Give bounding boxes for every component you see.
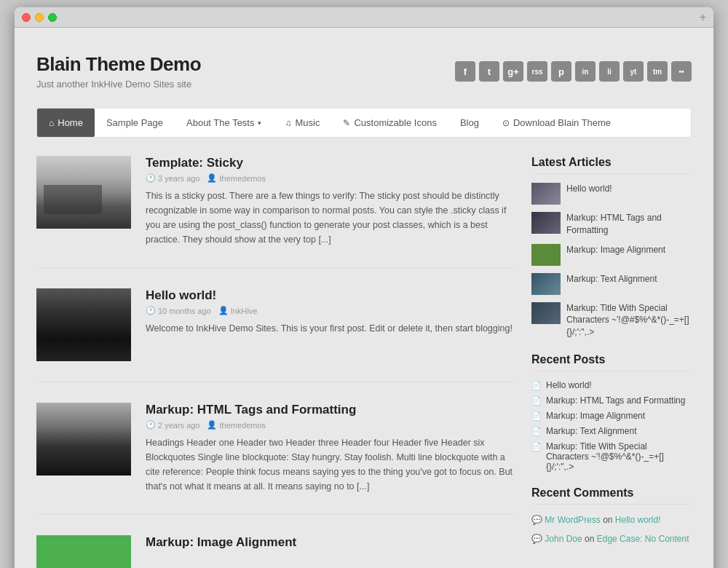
post-content: Hello world! 🕐 10 months ago 👤 InkHive [146, 288, 513, 361]
posts-column: Template: Sticky 🕐 3 years ago 👤 themede… [36, 156, 513, 568]
site-title: Blain Theme Demo [36, 53, 201, 76]
site-title-block: Blain Theme Demo Just another InkHive De… [36, 53, 201, 90]
window-controls [22, 13, 57, 22]
more-social-icon[interactable]: •• [671, 61, 692, 82]
post-image [36, 535, 131, 568]
tumblr-icon[interactable]: tm [647, 61, 668, 82]
post-content: Template: Sticky 🕐 3 years ago 👤 themede… [146, 156, 513, 247]
latest-article-item: Markup: HTML Tags and Formatting [531, 212, 692, 237]
post-image [36, 156, 131, 229]
recent-post-label: Markup: HTML Tags and Formatting [546, 395, 685, 406]
latest-articles-section: Latest Articles Hello world! Markup: HTM… [531, 156, 692, 339]
music-icon: ♫ [285, 118, 291, 128]
icons-icon: ✎ [343, 118, 350, 128]
nav-sample-page[interactable]: Sample Page [95, 109, 175, 137]
recent-posts-section: Recent Posts 📄 Hello world! 📄 Markup: HT… [531, 353, 692, 472]
person-icon: 👤 [207, 173, 217, 183]
nav-customizable-icons[interactable]: ✎ Customizable Icons [331, 109, 448, 137]
article-title[interactable]: Markup: Text Alignment [566, 273, 657, 285]
instagram-icon[interactable]: in [575, 61, 596, 82]
nav-about-tests-label: About The Tests [186, 117, 254, 128]
comment-item: 💬 Mr WordPress on Hello world! [531, 513, 692, 526]
nav-music-label: Music [295, 117, 320, 128]
post-content: Markup: Image Alignment [146, 535, 513, 568]
article-title[interactable]: Markup: Title With Special Characters ~'… [566, 302, 692, 339]
chevron-down-icon: ▾ [258, 119, 261, 127]
comment-post-link[interactable]: Edge Case: No Content [597, 534, 689, 544]
article-thumbnail [531, 302, 561, 324]
nav-home-label: Home [58, 117, 83, 128]
googleplus-icon[interactable]: g+ [503, 61, 523, 82]
post-image [36, 403, 131, 476]
nav-download-label: Download Blain Theme [513, 117, 611, 128]
recent-post-item[interactable]: 📄 Markup: Text Alignment [531, 426, 692, 436]
recent-post-item[interactable]: 📄 Hello world! [531, 380, 692, 390]
latest-article-item: Markup: Text Alignment [531, 273, 692, 295]
article-thumbnail [531, 212, 561, 234]
article-title[interactable]: Markup: Image Alignment [566, 244, 665, 256]
commenter-link[interactable]: John Doe [545, 534, 582, 544]
post-time: 🕐 10 months ago [146, 306, 211, 315]
document-icon: 📄 [531, 411, 542, 421]
post-excerpt: Welcome to InkHive Demo Sites. This is y… [146, 321, 513, 336]
person-icon: 👤 [207, 420, 217, 430]
post-excerpt: Headings Header one Header two Header th… [146, 435, 513, 494]
linkedin-icon[interactable]: li [599, 61, 620, 82]
recent-post-item[interactable]: 📄 Markup: Title With Special Characters … [531, 441, 692, 472]
maximize-button[interactable] [48, 13, 57, 22]
latest-articles-heading: Latest Articles [531, 156, 692, 174]
nav-blog[interactable]: Blog [448, 109, 491, 137]
comment-item: 💬 John Doe on Edge Case: No Content [531, 532, 692, 545]
new-tab-button[interactable]: + [700, 11, 706, 24]
clock-icon: 🕐 [146, 306, 156, 315]
recent-comments-section: Recent Comments 💬 Mr WordPress on Hello … [531, 486, 692, 545]
article-thumbnail [531, 273, 561, 295]
latest-article-item: Markup: Image Alignment [531, 244, 692, 266]
clock-icon: 🕐 [146, 173, 156, 183]
post-time: 🕐 2 years ago [146, 420, 199, 430]
post-title[interactable]: Hello world! [146, 288, 513, 303]
document-icon: 📄 [531, 381, 542, 390]
recent-post-item[interactable]: 📄 Markup: Image Alignment [531, 411, 692, 421]
nav-home[interactable]: ⌂ Home [37, 109, 95, 137]
main-layout: Template: Sticky 🕐 3 years ago 👤 themede… [36, 156, 692, 568]
youtube-icon[interactable]: yt [623, 61, 644, 82]
article-title[interactable]: Hello world! [566, 183, 612, 195]
post-meta: 🕐 2 years ago 👤 themedemos [146, 420, 513, 430]
clock-icon: 🕐 [146, 420, 156, 430]
latest-article-item: Hello world! [531, 183, 692, 205]
post-title[interactable]: Template: Sticky [146, 156, 513, 170]
post-card: Hello world! 🕐 10 months ago 👤 InkHive [36, 288, 513, 382]
pinterest-icon[interactable]: p [551, 61, 571, 82]
document-icon: 📄 [531, 396, 542, 406]
recent-post-label: Hello world! [546, 380, 592, 390]
post-title[interactable]: Markup: Image Alignment [146, 535, 513, 550]
post-thumbnail [36, 403, 131, 476]
nav-about-tests[interactable]: About The Tests ▾ [175, 109, 273, 137]
nav-download[interactable]: ⊙ Download Blain Theme [491, 109, 622, 137]
twitter-icon[interactable]: t [479, 61, 499, 82]
close-button[interactable] [22, 13, 31, 22]
recent-post-label: Markup: Text Alignment [546, 426, 637, 436]
commenter-icon: 💬 [531, 515, 542, 525]
download-icon: ⊙ [502, 118, 510, 128]
page-content: Blain Theme Demo Just another InkHive De… [15, 28, 713, 568]
commenter-link[interactable]: Mr WordPress [545, 515, 600, 525]
post-card: Markup: Image Alignment [36, 535, 513, 568]
comment-post-link[interactable]: Hello world! [615, 515, 661, 525]
recent-post-item[interactable]: 📄 Markup: HTML Tags and Formatting [531, 395, 692, 406]
document-icon: 📄 [531, 442, 542, 451]
sidebar: Latest Articles Hello world! Markup: HTM… [531, 156, 692, 568]
post-thumbnail [36, 535, 131, 568]
comment-action: on [603, 515, 615, 525]
article-title[interactable]: Markup: HTML Tags and Formatting [566, 212, 692, 237]
latest-article-item: Markup: Title With Special Characters ~'… [531, 302, 692, 339]
minimize-button[interactable] [35, 13, 44, 22]
rss-icon[interactable]: rss [527, 61, 547, 82]
facebook-icon[interactable]: f [455, 61, 475, 82]
post-author: 👤 themedemos [207, 420, 266, 430]
post-title[interactable]: Markup: HTML Tags and Formatting [146, 403, 513, 417]
document-icon: 📄 [531, 427, 542, 436]
home-icon: ⌂ [49, 118, 54, 128]
nav-music[interactable]: ♫ Music [273, 109, 331, 137]
